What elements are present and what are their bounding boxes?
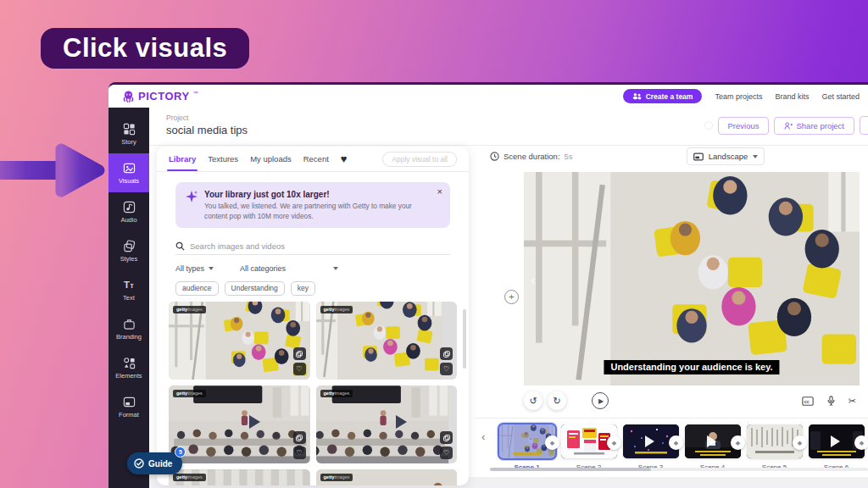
type-filter-dropdown[interactable]: All types bbox=[175, 264, 204, 273]
play-icon bbox=[645, 435, 654, 447]
play-icon[interactable] bbox=[396, 415, 407, 429]
transition-button[interactable]: ◆ bbox=[545, 435, 559, 450]
favorite-heart-icon[interactable]: ♡ bbox=[440, 363, 453, 375]
scene-timeline: ‹ Scene 1 bbox=[475, 418, 868, 474]
landscape-icon bbox=[693, 152, 704, 161]
sidebar-item-elements[interactable]: Elements bbox=[108, 348, 149, 387]
stock-video-cell[interactable]: gettyimages bbox=[169, 469, 310, 485]
brand-kits-link[interactable]: Brand kits bbox=[775, 92, 809, 101]
similar-clips-icon[interactable] bbox=[440, 431, 453, 444]
storyboard-icon bbox=[123, 123, 136, 136]
team-projects-link[interactable]: Team projects bbox=[715, 92, 762, 101]
share-project-button[interactable]: Share project bbox=[774, 117, 854, 135]
play-button[interactable]: ▶ bbox=[592, 392, 609, 409]
tab-textures[interactable]: Textures bbox=[208, 147, 238, 171]
sidebar-item-format[interactable]: Format bbox=[108, 387, 149, 426]
play-icon bbox=[707, 435, 716, 447]
transition-button[interactable]: ◆ bbox=[793, 435, 807, 450]
getty-watermark: gettyimages bbox=[173, 474, 206, 481]
annotation-callout: Click visuals bbox=[41, 28, 249, 69]
music-note-icon bbox=[123, 201, 136, 214]
guide-button[interactable]: Guide 5 bbox=[127, 452, 182, 474]
brand-name: PICTORY bbox=[138, 90, 190, 103]
sidebar-item-audio[interactable]: Audio bbox=[108, 192, 149, 231]
play-icon[interactable] bbox=[249, 415, 260, 429]
favorite-heart-icon[interactable]: ♡ bbox=[293, 363, 306, 375]
timeline-scrollbar[interactable] bbox=[490, 468, 651, 471]
scene-preview-video[interactable]: ‹ Understanding your audience is key. bbox=[524, 172, 860, 385]
briefcase-icon bbox=[123, 318, 136, 330]
team-icon bbox=[632, 92, 642, 100]
favorite-heart-icon[interactable]: ♡ bbox=[440, 446, 453, 459]
pictory-logo[interactable]: PICTORY ™ bbox=[122, 90, 198, 103]
add-scene-icon[interactable]: + bbox=[504, 290, 519, 304]
preview-controls: ↺ ↻ ▶ cc ✂ bbox=[524, 388, 868, 413]
sparkle-icon bbox=[186, 191, 198, 202]
captions-icon[interactable]: cc bbox=[802, 396, 814, 406]
play-icon bbox=[831, 435, 840, 447]
similar-clips-icon[interactable] bbox=[440, 347, 453, 360]
favorites-heart-icon[interactable]: ♥ bbox=[341, 153, 348, 164]
tab-recent[interactable]: Recent bbox=[303, 147, 329, 171]
svg-text:т: т bbox=[130, 281, 133, 290]
status-spinner-icon bbox=[704, 121, 713, 130]
tag-key[interactable]: key bbox=[291, 281, 315, 296]
get-started-link[interactable]: Get started bbox=[821, 92, 860, 101]
app-topbar: PICTORY ™ Create a team Team projects Br… bbox=[108, 85, 868, 108]
getty-watermark: gettyimages bbox=[320, 306, 353, 313]
image-icon bbox=[123, 162, 136, 175]
stock-video-cell[interactable]: gettyimages ♡ bbox=[169, 302, 310, 380]
stock-video-cell[interactable]: gettyimages bbox=[316, 469, 458, 485]
search-input[interactable] bbox=[190, 241, 450, 251]
filter-row: All types All categories bbox=[175, 262, 450, 275]
sidebar-item-branding[interactable]: Branding bbox=[108, 309, 149, 348]
sidebar-item-text[interactable]: T т Text bbox=[108, 270, 149, 309]
apply-visual-to-all-button[interactable]: Apply visual to all bbox=[382, 152, 457, 167]
timeline-prev-chevron-icon[interactable]: ‹ bbox=[481, 430, 485, 443]
transition-button[interactable]: ◆ bbox=[731, 435, 745, 450]
getty-banner: Your library just got 10x larger! You ta… bbox=[175, 182, 450, 228]
stock-video-cell[interactable]: gettyimages ♡ bbox=[169, 385, 310, 463]
banner-title: Your library just got 10x larger! bbox=[204, 190, 428, 199]
sidebar-item-story[interactable]: Story bbox=[108, 114, 149, 153]
transition-button[interactable]: ◆ bbox=[669, 435, 683, 450]
library-scrollbar[interactable] bbox=[463, 309, 466, 369]
banner-body: You talked, we listened. We are partneri… bbox=[204, 202, 428, 221]
getty-watermark: gettyimages bbox=[320, 390, 353, 397]
previous-button[interactable]: Previous bbox=[718, 117, 770, 135]
getty-watermark: gettyimages bbox=[173, 390, 206, 397]
svg-text:T: T bbox=[123, 280, 129, 290]
aspect-ratio-icon bbox=[123, 396, 136, 408]
sidebar-item-styles[interactable]: Styles bbox=[108, 231, 149, 270]
clock-icon bbox=[490, 152, 499, 161]
chevron-down-icon bbox=[209, 267, 214, 270]
undo-button[interactable]: ↺ bbox=[524, 391, 542, 410]
orientation-dropdown[interactable]: Landscape bbox=[687, 147, 765, 165]
redo-button[interactable]: ↻ bbox=[548, 391, 566, 410]
category-filter-dropdown[interactable]: All categories bbox=[240, 264, 338, 273]
getty-watermark: gettyimages bbox=[320, 474, 353, 481]
check-circle-icon bbox=[134, 458, 144, 469]
scissors-icon[interactable]: ✂ bbox=[849, 396, 856, 407]
favorite-heart-icon[interactable]: ♡ bbox=[293, 446, 306, 459]
close-icon[interactable]: × bbox=[437, 186, 442, 197]
subtitle-caption[interactable]: Understanding your audience is key. bbox=[604, 360, 779, 374]
tab-my-uploads[interactable]: My uploads bbox=[250, 147, 292, 171]
microphone-icon[interactable] bbox=[827, 396, 835, 406]
stock-video-cell[interactable]: gettyimages ♡ bbox=[316, 385, 458, 463]
screenshot-background: Click visuals PICTORY ™ bbox=[0, 0, 868, 488]
create-team-button[interactable]: Create a team bbox=[623, 89, 703, 103]
transition-button[interactable]: ◆ bbox=[854, 435, 868, 450]
next-button-cutoff[interactable] bbox=[860, 116, 868, 135]
transition-button[interactable]: ◆ bbox=[607, 435, 621, 450]
previous-visual-chevron-icon[interactable]: ‹ bbox=[531, 272, 536, 289]
tag-audience[interactable]: audience bbox=[175, 281, 219, 296]
tag-understanding[interactable]: Understanding bbox=[225, 281, 285, 296]
stock-video-cell[interactable]: gettyimages ♡ bbox=[316, 302, 458, 380]
similar-clips-icon[interactable] bbox=[293, 347, 306, 360]
sidebar-item-visuals[interactable]: Visuals bbox=[108, 153, 149, 192]
chevron-down-icon bbox=[333, 267, 338, 270]
keyword-tags: audience Understanding key bbox=[175, 281, 450, 296]
tab-library[interactable]: Library bbox=[169, 147, 196, 171]
similar-clips-icon[interactable] bbox=[293, 431, 306, 444]
